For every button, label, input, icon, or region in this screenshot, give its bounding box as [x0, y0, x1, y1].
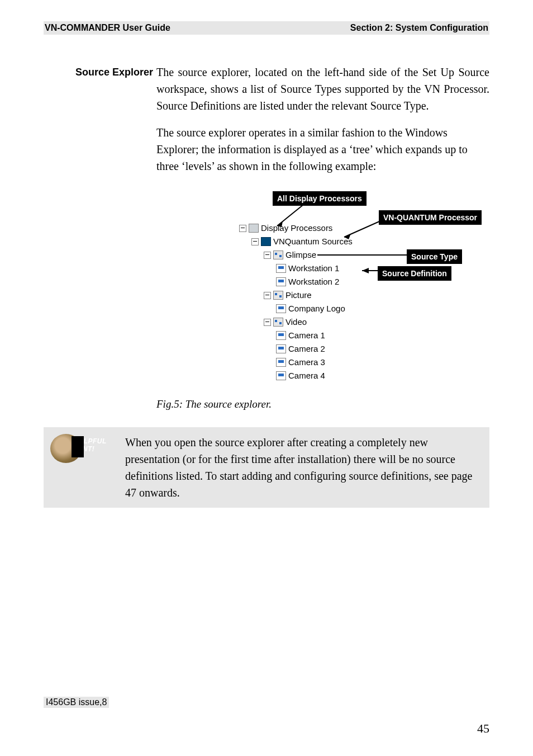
- margin-heading: Source Explorer: [44, 64, 156, 124]
- callout-all-display-processors: All Display Processors: [273, 191, 367, 206]
- tree-def: Camera 4: [276, 369, 353, 382]
- callout-source-type: Source Type: [407, 249, 462, 264]
- tree-def: Camera 1: [276, 329, 353, 342]
- hint-badge-line2: HINT!: [75, 445, 95, 453]
- source-def-icon: [276, 277, 286, 286]
- callout-source-definition: Source Definition: [378, 266, 451, 281]
- collapse-icon: [264, 252, 271, 259]
- tree-def: Company Logo: [276, 302, 353, 315]
- tree-type: Picture: [264, 289, 353, 302]
- source-type-icon: [273, 318, 283, 327]
- tree-def-label: Workstation 2: [288, 276, 339, 288]
- svg-marker-6: [362, 268, 369, 273]
- header-left: VN-COMMANDER User Guide: [45, 23, 170, 33]
- helpful-hint-box: HELPFUL HINT! When you open the source e…: [44, 427, 489, 508]
- tree-view: Display Processors VNQuantum Sources Gli…: [239, 221, 353, 382]
- tree-def: Workstation 1: [276, 262, 353, 275]
- hint-badge-line1: HELPFUL: [74, 437, 107, 445]
- source-def-icon: [276, 331, 286, 340]
- page-header: VN-COMMANDER User Guide Section 2: Syste…: [44, 21, 489, 35]
- paragraph-1: The source explorer, located on the left…: [156, 64, 489, 124]
- tree-def-label: Camera 4: [288, 370, 325, 382]
- source-def-icon: [276, 264, 286, 273]
- figure-caption: Fig.5: The source explorer.: [156, 398, 489, 410]
- dog-hint-icon: HELPFUL HINT!: [50, 434, 82, 463]
- collapse-icon: [239, 225, 246, 232]
- hint-badge: HELPFUL HINT!: [74, 437, 96, 453]
- source-def-icon: [276, 304, 286, 313]
- tree-def-label: Workstation 1: [288, 262, 339, 275]
- quantum-icon: [261, 237, 271, 246]
- paragraph-2: The source explorer operates in a simila…: [156, 124, 489, 174]
- source-def-icon: [276, 358, 286, 367]
- tree-type: Video: [264, 315, 353, 329]
- tree-def-label: Camera 3: [288, 356, 325, 368]
- tree-def-label: Camera 1: [288, 329, 325, 342]
- source-def-icon: [276, 344, 286, 353]
- collapse-icon: [264, 319, 271, 326]
- tree-quantum: VNQuantum Sources: [251, 235, 353, 248]
- collapse-icon: [251, 238, 259, 245]
- tree-type-label: Picture: [285, 289, 312, 301]
- tree-root: Display Processors: [239, 221, 353, 235]
- source-def-icon: [276, 371, 286, 380]
- tree-type-label: Video: [285, 316, 307, 328]
- section-intro: Source Explorer The source explorer, loc…: [44, 64, 489, 124]
- header-right: Section 2: System Configuration: [350, 23, 488, 33]
- footer-issue: I456GB issue,8: [44, 697, 109, 708]
- tree-def: Workstation 2: [276, 275, 353, 289]
- page: VN-COMMANDER User Guide Section 2: Syste…: [0, 0, 533, 756]
- page-number: 45: [477, 721, 489, 736]
- hint-icon-wrap: HELPFUL HINT!: [50, 434, 117, 501]
- tree-def-label: Company Logo: [288, 303, 345, 315]
- tree-type: Glimpse: [264, 248, 353, 262]
- tree-root-label: Display Processors: [261, 222, 332, 234]
- processor-icon: [249, 224, 259, 233]
- source-type-icon: [273, 251, 283, 259]
- tree-def-label: Camera 2: [288, 343, 325, 355]
- source-explorer-figure: All Display Processors VN-QUANTUM Proces…: [194, 191, 489, 393]
- hint-text: When you open the source explorer after …: [125, 434, 479, 501]
- para1-text: The source explorer, located on the left…: [156, 64, 489, 114]
- body-area: Source Explorer The source explorer, loc…: [44, 56, 489, 508]
- source-type-icon: [273, 291, 283, 300]
- tree-def: Camera 2: [276, 342, 353, 356]
- tree-quantum-label: VNQuantum Sources: [273, 235, 353, 248]
- tree-type-label: Glimpse: [285, 249, 316, 261]
- para2-text: The source explorer operates in a simila…: [156, 124, 489, 174]
- callout-vn-quantum-processor: VN-QUANTUM Processor: [379, 210, 482, 225]
- tree-def: Camera 3: [276, 356, 353, 369]
- collapse-icon: [264, 292, 271, 299]
